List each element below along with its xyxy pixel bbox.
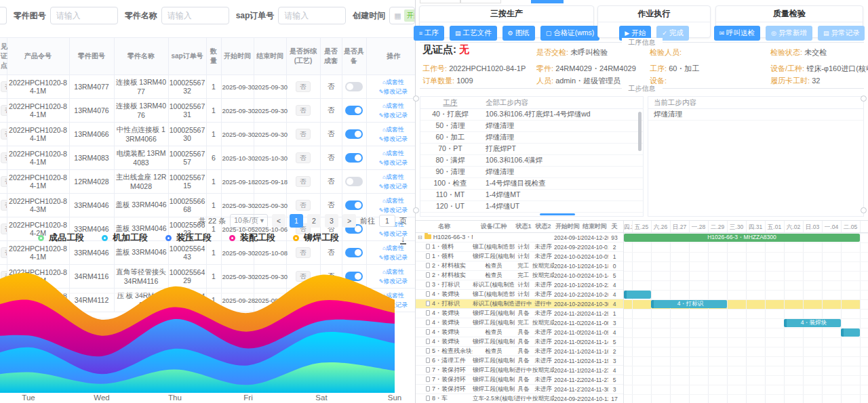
gantt-row[interactable]: 8・车立车-2.5米(核电制造部)进行中按期完成2024-09-252024-1…: [416, 394, 623, 403]
gantt-row[interactable]: ⊟H1026-66-3・MHZZA83002024-09-182024-12-2…: [416, 233, 623, 242]
table-row[interactable]: 否2022HPCH1020-84-1M13RM4066中性点连接板 13RM40…: [0, 123, 415, 146]
button-工序[interactable]: ≡工序: [414, 26, 444, 41]
op-link-completeness[interactable]: ⌂成套性: [382, 102, 404, 109]
split-chip[interactable]: 否: [296, 81, 311, 92]
op-link-completeness[interactable]: ⌂成套性: [382, 79, 404, 85]
button-工艺文件[interactable]: ▤工艺文件: [450, 26, 497, 41]
button-图纸[interactable]: ⚙图纸: [502, 26, 535, 41]
gantt-row[interactable]: 7・装保持环铆焊工段(核电制造部)具备未进序2024-11-272024-11-…: [416, 385, 623, 394]
gantt-row[interactable]: 4・装焊块检查员具备未进序2024-11-052024-11-094: [416, 328, 623, 337]
tab-fragment[interactable]: [460, 0, 501, 3]
page-button-3[interactable]: 3: [325, 214, 338, 228]
resize-handle[interactable]: [413, 96, 419, 102]
resize-handle[interactable]: [413, 207, 419, 213]
step-row[interactable]: 110・MT1-4焊缝MT: [420, 190, 643, 201]
step-row[interactable]: 90・清理焊缝清理: [420, 167, 643, 178]
gantt-row[interactable]: 2・材料核实检查员完工按期完成2024-10-092024-10-145: [416, 271, 623, 280]
gantt-bar[interactable]: [841, 328, 860, 337]
witness-chip[interactable]: 否: [1, 152, 7, 163]
legend-item[interactable]: 机加工段: [102, 232, 148, 244]
col-op[interactable]: 工序: [420, 98, 480, 108]
step-row[interactable]: 100・检查1-4号焊缝目视检查: [420, 178, 643, 190]
gantt-row[interactable]: 4・装焊块铆焊工段(核电制造部)具备未进序2024-11-092024-11-1…: [416, 337, 623, 347]
step-row[interactable]: 50・清理焊缝清理: [420, 121, 643, 132]
split-chip[interactable]: 否: [296, 152, 311, 163]
gantt-bar[interactable]: [624, 291, 651, 299]
gantt-row[interactable]: 7・装保持环铆焊工段(核电制造部)进行中按期完成2024-11-192024-1…: [416, 366, 623, 375]
current-step-row[interactable]: 焊缝清理: [648, 109, 863, 121]
active-tab-fragment[interactable]: [531, 0, 564, 3]
gantt-row[interactable]: 7・装保持环铆焊工段(核电制造部)具备未进序2024-11-222024-11-…: [416, 375, 623, 385]
ready-toggle[interactable]: [345, 106, 363, 115]
witness-chip[interactable]: 否: [1, 105, 7, 116]
op-link-modify-record[interactable]: ✎修改记录: [379, 159, 408, 166]
op-link-completeness[interactable]: ⌂成套性: [382, 126, 404, 133]
gantt-bar-4・打标识[interactable]: 4・打标识: [651, 300, 727, 308]
jump-page-input[interactable]: [379, 215, 395, 227]
step-row[interactable]: 70・PT打底焊PT: [420, 144, 643, 155]
legend-item[interactable]: 成品工段: [38, 232, 84, 244]
gantt-row[interactable]: 3・打标识标识工(核电制造部)计划未进序2024-10-182024-10-22…: [416, 280, 623, 290]
step-row[interactable]: 60・加工焊缝清理: [420, 132, 643, 144]
split-chip[interactable]: 否: [296, 105, 311, 116]
ready-toggle[interactable]: [345, 129, 363, 139]
op-link-modify-record[interactable]: ✎修改记录: [379, 112, 408, 119]
split-chip[interactable]: 否: [296, 129, 311, 140]
witness-chip[interactable]: 否: [1, 81, 7, 92]
button-呼叫送检[interactable]: ✉呼叫送检: [714, 26, 761, 41]
ready-toggle[interactable]: [345, 177, 363, 186]
page-button-1[interactable]: 1: [290, 214, 303, 228]
download-icon[interactable]: ↓: [400, 234, 406, 245]
gantt-row[interactable]: 4・打标识标识工(核电制造部)进行中进行中2024-10-262024-10-3…: [416, 299, 623, 309]
gantt-bar-H1026-66-3・MHZZA8300[interactable]: H1026-66-3・MHZZA8300: [624, 234, 860, 242]
legend-item[interactable]: 装压工段: [165, 232, 212, 244]
horizontal-scrollbar[interactable]: [540, 213, 575, 215]
gantt-row[interactable]: 6・清理工件铆焊工段(核电制造部)具备未进序2024-11-162024-11-…: [416, 356, 623, 366]
resize-handle[interactable]: [861, 207, 867, 213]
gantt-row[interactable]: 1・领料铆工(核电制造部)计划未进序2024-09-292024-10-012: [416, 242, 623, 252]
step-row[interactable]: 40・打底焊106.3和106.4打底焊1-4号焊缝wd: [420, 109, 643, 121]
button-异常新增[interactable]: ◎异常新增: [766, 26, 812, 41]
op-link-completeness[interactable]: ⌂成套性: [382, 197, 404, 204]
gantt-row[interactable]: 4・装焊块铆焊工段(核电制造部)完工按期完成2024-11-022024-11-…: [416, 318, 623, 328]
vertical-scrollbar[interactable]: [638, 112, 642, 151]
date-range-picker[interactable]: ▦ 开始日期 - 结束日期: [389, 7, 415, 24]
button-合格证(wms)[interactable]: ▢合格证(wms): [540, 26, 600, 41]
table-row[interactable]: 否2022HPCH1020-84-1M12RM4028主出线盒座 12RM402…: [0, 170, 415, 194]
part-name-input[interactable]: [161, 7, 229, 24]
page-size-select[interactable]: 10条/页 ▾: [230, 214, 268, 228]
legend-item[interactable]: 装配工段: [229, 232, 275, 244]
gantt-row[interactable]: 5・检查残余块外径检查员具备未进序2024-11-142024-11-162: [416, 347, 623, 356]
gantt-row[interactable]: 1・领料铆焊工段(核电制造部)计划未进序2024-10-042024-10-05…: [416, 252, 623, 261]
split-chip[interactable]: 否: [296, 176, 311, 187]
legend-item[interactable]: 铆焊工段: [293, 232, 339, 244]
ready-toggle[interactable]: [345, 153, 363, 163]
witness-chip[interactable]: 否: [1, 129, 7, 140]
op-link-completeness[interactable]: ⌂成套性: [382, 173, 404, 180]
resize-handle[interactable]: [861, 96, 867, 102]
op-link-modify-record[interactable]: ✎修改记录: [379, 135, 408, 142]
prev-page-button[interactable]: <: [272, 214, 285, 228]
table-row[interactable]: 否2022HPCH1020-84-1M13RM4076连接板 13RM40761…: [0, 99, 415, 123]
gantt-bar-4・装焊块[interactable]: 4・装焊块: [784, 319, 841, 327]
gantt-row[interactable]: 4・装焊块铆焊工段(核电制造部)具备未进序2024-11-282024-11-2…: [416, 309, 623, 318]
tab-fragment[interactable]: [420, 0, 460, 3]
ready-toggle[interactable]: [345, 82, 363, 91]
op-link-modify-record[interactable]: ✎修改记录: [379, 207, 408, 213]
witness-chip[interactable]: 否: [1, 200, 7, 211]
split-chip[interactable]: 否: [296, 200, 311, 211]
table-row[interactable]: 否2022HPCH1020-84-1M13RM4077连接板 13RM40771…: [0, 75, 415, 99]
step-row[interactable]: 80・满焊106.3和106.4满焊: [420, 155, 643, 167]
next-page-button[interactable]: >: [342, 214, 356, 228]
gantt-row[interactable]: 4・装焊块铆工(核电制造部)计划未进序2024-10-222024-10-264: [416, 290, 623, 299]
sap-order-input[interactable]: [278, 7, 346, 24]
ready-toggle[interactable]: [345, 200, 363, 210]
part-no-input[interactable]: [50, 7, 118, 24]
step-row[interactable]: 120・UT1-4焊缝UT: [420, 201, 643, 213]
button-异常记录[interactable]: ▤异常记录: [818, 26, 865, 41]
clipped-input[interactable]: [0, 7, 7, 24]
op-link-modify-record[interactable]: ✎修改记录: [379, 88, 408, 95]
collapse-icon[interactable]: ⊟: [418, 234, 422, 240]
op-link-modify-record[interactable]: ✎修改记录: [379, 183, 408, 190]
witness-chip[interactable]: 否: [1, 176, 7, 187]
